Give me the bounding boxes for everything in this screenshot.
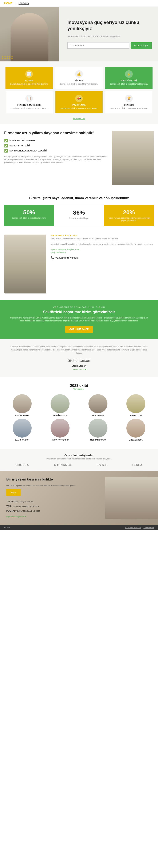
service-card-risk[interactable]: ⚡ RİSK YÖNETİMİ Sample text. Click to se… [105, 67, 153, 89]
service-card-denetim[interactable]: 📋 DENETİM & MUHASEBE Sample text. Click … [5, 91, 53, 114]
team-year-subtitle: 2023 ekibi [4, 383, 154, 388]
company-desc-1: Sample text. Click to select the Text. C… [51, 237, 154, 240]
hero-image [0, 7, 59, 61]
contact-button[interactable]: BİZE ULAŞIN [131, 42, 152, 49]
about-person-figure [112, 131, 154, 185]
footer-address-value: 75 SORAK OFFİCE, NY 63525 [12, 505, 38, 507]
footer-email: POSTA: TEMPLATE@SAMPLE.COM [6, 508, 99, 513]
team-more-link[interactable]: Tam resmi ► [4, 388, 154, 390]
avatar-gabbi [51, 394, 70, 413]
name-sam: SAM JHONSON [8, 439, 36, 441]
footer-cta-left: Bir iş yaşam tarzı için birlikte Her bir… [0, 471, 105, 525]
deneyim-title: DENEYİM [108, 104, 150, 106]
denetim-text: Sample text. Click to select the Text El… [8, 107, 50, 110]
client-binance: ◈ BINANCE [53, 463, 72, 467]
cta-button[interactable]: GÖRÜŞME ÖNCE [65, 326, 93, 333]
client-crolla: CROLLA [16, 463, 29, 467]
phone-number: +1 (234) 567-8910 [55, 256, 78, 259]
check-label-3: NORMAL REKLAMLARDAN DAHA İYİ [9, 150, 47, 152]
footer-phone: TELEFON: 1(233) 253 56 22 [6, 499, 99, 504]
avatar-linda [126, 418, 146, 438]
company-section-label: Şirketimiz Hakkında [51, 235, 154, 237]
avatar-meghan [88, 418, 107, 438]
deneyim-text: Sample text. Click to select the Text El… [108, 107, 150, 110]
services-more: Tam resmi ► [4, 114, 154, 122]
hero-sample-text: Sample text Click to select the Text Ele… [68, 35, 152, 38]
company-about-section: Şirketimiz Hakkında Sample text. Click t… [0, 228, 158, 300]
company-link-1[interactable]: E-posta ve Telefon Yoluyla Çözüm [51, 248, 154, 251]
footer-cta-desc: Her biri iş bilgilerinizi koruyarak ve ş… [6, 485, 99, 487]
hero-title: İnovasyona güç veriyoruz çünkü yenilikçi… [68, 20, 152, 32]
footer-cta-content: Bir iş yaşam tarzı için birlikte Her bir… [0, 471, 158, 525]
finans-icon: 💰 [75, 70, 83, 78]
footer-cta-section: Bir iş yaşam tarzı için birlikte Her bir… [0, 471, 158, 525]
bottom-navigation: HOME Gizlilik ve Kullanım Site Haritası [0, 525, 158, 530]
footer-cta-title: Bir iş yaşam tarzı için birlikte [6, 477, 99, 482]
footer-address: YER: 75 SORAK OFFİCE, NY 63525 [6, 504, 99, 508]
risk-title: RİSK YÖNETİMİ [108, 80, 150, 82]
check-label-2: MARKA STRATEJİSİ [9, 145, 30, 147]
name-gabbi: GABBİ HUDSON [46, 414, 74, 416]
footer-email-value: TEMPLATE@SAMPLE.COM [16, 510, 40, 512]
footer-email-label: POSTA: [6, 509, 15, 512]
name-margo: MARGO LOO [122, 414, 150, 416]
hero-form: BİZE ULAŞIN [68, 42, 152, 49]
stat-36: 36% Tekrar veya çift tıklayın. [54, 205, 104, 226]
stat-number-20: 20% [107, 209, 151, 216]
nav-divider: | [16, 2, 16, 5]
check-content-optimization: ✅ İÇERİK OPTİMİZASYONU [4, 139, 107, 143]
sitemap-link[interactable]: Site Haritası [143, 527, 154, 529]
privacy-link[interactable]: Gizlilik ve Kullanım [125, 527, 141, 529]
avatar-harry [51, 418, 70, 438]
quote-description: Faucibus vitae aliquot nec ullamcorper s… [8, 345, 150, 355]
check-icon-3: ✅ [4, 149, 8, 153]
avatar-sam [12, 418, 32, 438]
stat-number-36: 36% [57, 209, 101, 216]
footer-nav-link[interactable]: kaynaklardan görsele ► [6, 515, 99, 519]
name-harry: HARRY PATTERSON [46, 439, 74, 441]
client-tesla: TESLA [132, 463, 142, 467]
phone-icon: 📞 [51, 256, 54, 259]
quote-signature: Stella Larson [8, 358, 150, 363]
name-paul: PAUL PERRY [84, 414, 112, 416]
team-member-paul: PAUL PERRY [84, 394, 112, 416]
footer-phone-label: TELEFON: [6, 500, 18, 503]
avatar-paul [88, 394, 107, 413]
check-better-than-ads: ✅ NORMAL REKLAMLARDAN DAHA İYİ [4, 149, 107, 153]
finans-text: Sample text. Click to select the Text El… [58, 83, 100, 85]
footer-person-figure [105, 477, 158, 519]
denetim-icon: 📋 [25, 95, 33, 102]
company-person-figure [4, 235, 46, 293]
logo[interactable]: HOME [4, 2, 12, 5]
team-row-2: SAM JHONSON HARRY PATTERSON MEGHAN SCAVO… [4, 418, 154, 441]
stat-label-50: Sample text. Click to select the text he… [7, 217, 51, 219]
yatirim-title: YATIRIM [8, 80, 50, 82]
service-card-finans[interactable]: 💰 FİNANS Sample text. Click to select th… [55, 67, 103, 89]
company-person-image [4, 235, 46, 293]
pazarlama-icon: 📣 [75, 95, 83, 102]
cta-subtitle: WEB SİTENİZDE DAHA FAZLA HİZ ELEYİN [8, 306, 150, 308]
bottom-logo: HOME [4, 527, 10, 529]
services-more-link[interactable]: Tam resmi ► [73, 117, 85, 120]
service-card-yatirim[interactable]: 📊 YATIRIM Sample text. Click to select t… [5, 67, 53, 89]
quote-section: Faucibus vitae aliquot nec ullamcorper s… [0, 339, 158, 377]
yatirim-icon: 📊 [25, 70, 33, 78]
nav-landing-link[interactable]: LANDING [19, 2, 29, 5]
footer-address-label: YER: [6, 505, 12, 507]
quote-role-link[interactable]: Tümünü Görün ► [72, 368, 86, 370]
company-link-2[interactable]: Çalışı Dili Dönüşü [51, 251, 154, 253]
person-figure [10, 13, 49, 61]
footer-cta-button[interactable]: Sayfa [6, 489, 21, 496]
clients-logos: CROLLA ◈ BINANCE EVSA TESLA [4, 463, 154, 467]
team-row-1: NİCK DOWSON GABBİ HUDSON PAUL PERRY MARG… [4, 394, 154, 416]
pazarlama-text: Sample text. Click to select the Text El… [58, 107, 100, 110]
team-member-meghan: MEGHAN SCAVO [84, 418, 112, 441]
team-member-margo: MARGO LOO [122, 394, 150, 416]
clients-section: Öne çıkan müşteriler Programlar, çalışan… [0, 450, 158, 471]
name-nick: NİCK DOWSON [8, 414, 36, 416]
service-card-pazarlama[interactable]: 📣 PAZARLAMA Sample text. Click to select… [55, 91, 103, 114]
service-card-deneyim[interactable]: 🏆 DENEYİM Sample text. Click to select t… [105, 91, 153, 114]
email-input[interactable] [68, 42, 129, 49]
stat-50: 50% Sample text. Click to select the tex… [4, 205, 54, 226]
team-member-nick: NİCK DOWSON [8, 394, 36, 416]
